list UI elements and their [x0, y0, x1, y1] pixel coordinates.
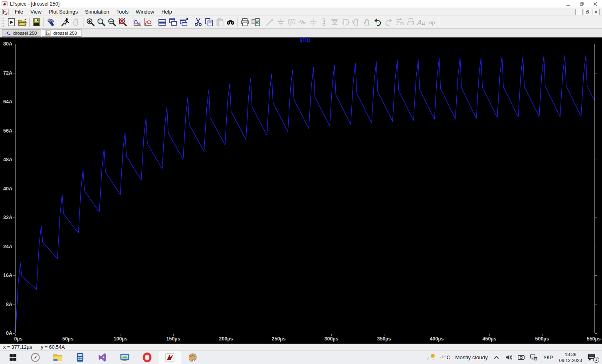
y-axis-label: 40A: [0, 186, 12, 192]
component-icon: [341, 18, 350, 27]
resistor-button: [297, 17, 308, 28]
current-trace: [16, 44, 594, 333]
notification-center-button[interactable]: 1: [587, 353, 597, 362]
chevron-up-icon[interactable]: [493, 354, 500, 361]
menu-help[interactable]: Help: [158, 9, 176, 15]
rotate-button: E∃: [405, 17, 416, 28]
weather-widget[interactable]: -1°C Mostly cloudy: [426, 352, 488, 362]
zoom-out-button[interactable]: [107, 17, 117, 28]
menu-tools[interactable]: Tools: [113, 9, 132, 15]
clock-widget[interactable]: 18:36 06.12.2023: [559, 352, 582, 364]
tile-vertical-icon: [179, 18, 188, 27]
x-axis-tick: [489, 334, 490, 336]
zoom-in-button[interactable]: [85, 17, 96, 28]
y-axis-label: 72A: [0, 70, 12, 76]
mdi-window-controls: [575, 9, 602, 15]
menu-view[interactable]: View: [27, 9, 45, 15]
print-preview-button[interactable]: [250, 17, 261, 28]
cut-button[interactable]: [193, 17, 204, 28]
waveform-icon: [45, 30, 51, 36]
minimize-button[interactable]: [561, 0, 575, 8]
menu-simulation[interactable]: Simulation: [81, 9, 113, 15]
opera-taskbar-button[interactable]: [136, 351, 158, 364]
x-axis-tick: [279, 334, 279, 336]
y-axis-tick: [13, 131, 15, 131]
x-axis-tick: [331, 334, 332, 336]
save-button[interactable]: [31, 17, 42, 28]
restore-button[interactable]: [575, 0, 588, 8]
autorange-button[interactable]: [132, 17, 143, 28]
y-axis-tick: [595, 218, 597, 218]
tab-drossel-250-2[interactable]: drossel 250: [42, 29, 81, 37]
x-axis-label: 0µs: [14, 336, 22, 342]
text-button: Aα: [416, 17, 426, 28]
zoom-full-button[interactable]: [117, 17, 128, 28]
weather-temp: -1°C: [440, 354, 450, 360]
menu-file[interactable]: File: [11, 9, 27, 15]
waveform-pane: I(R1) 80A72A64A56A48A40A32A24A16A8A0A0µs…: [0, 38, 602, 344]
run-button[interactable]: [60, 17, 71, 28]
cut-icon: [194, 18, 203, 27]
trace-label[interactable]: I(R1): [300, 38, 311, 43]
x-axis-label: 500µs: [535, 336, 549, 342]
y-axis-tick: [13, 160, 15, 160]
schematic-icon: [5, 30, 11, 36]
new-schematic-button[interactable]: [6, 17, 17, 28]
x-axis-label: 550µs: [587, 336, 601, 342]
menu-plot-settings[interactable]: Plot Settings: [45, 9, 81, 15]
toolbar-separator: [238, 18, 238, 27]
taskbar: -1°C Mostly cloudy УКР 18:36 06.12.2023 …: [0, 350, 602, 364]
y-axis-tick: [595, 73, 597, 73]
start-button[interactable]: [2, 351, 24, 364]
tile-horizontal-button[interactable]: [157, 17, 168, 28]
paint-taskbar-button[interactable]: [181, 351, 204, 364]
find-button[interactable]: [225, 17, 236, 28]
compass-taskbar-button[interactable]: [24, 351, 46, 364]
file-explorer-taskbar-button[interactable]: [46, 351, 69, 364]
visual-studio-taskbar-button[interactable]: [91, 351, 113, 364]
cascade-button[interactable]: [168, 17, 178, 28]
start-icon: [8, 352, 18, 362]
copy-button[interactable]: [204, 17, 214, 28]
calculator-taskbar-button[interactable]: [69, 351, 91, 364]
open-button[interactable]: [17, 17, 28, 28]
control-panel-button[interactable]: [46, 17, 56, 28]
x-axis-tick: [542, 334, 543, 336]
zoom-box-button[interactable]: [96, 17, 107, 28]
mdi-restore-button[interactable]: [584, 9, 591, 15]
x-axis-label: 200µs: [219, 336, 233, 342]
spice-directive-button: .op: [426, 17, 437, 28]
tile-vertical-button[interactable]: [178, 17, 189, 28]
opera-icon: [142, 352, 152, 362]
close-button[interactable]: [588, 0, 602, 8]
plot-settings-button[interactable]: [143, 17, 153, 28]
zoom-out-icon: [107, 18, 117, 27]
y-axis-label: 56A: [0, 128, 12, 134]
speaker-icon[interactable]: [505, 354, 513, 361]
x-axis-tick: [595, 334, 595, 336]
wire-button: [265, 17, 275, 28]
menu-window[interactable]: Window: [132, 9, 158, 15]
resistor-icon: [298, 18, 307, 27]
y-axis-tick: [13, 247, 15, 247]
svg-text:α: α: [422, 20, 426, 26]
halt-icon: [71, 18, 81, 27]
undo-button[interactable]: [372, 17, 383, 28]
mdi-close-button[interactable]: [592, 9, 600, 15]
tab-drossel-250-1[interactable]: drossel 250: [2, 29, 41, 37]
ltspice-logo-icon: [2, 1, 8, 7]
meet-now-icon[interactable]: [517, 354, 525, 361]
tab-label: drossel 250: [13, 31, 37, 36]
y-axis-tick: [595, 189, 597, 189]
ltspice-app-taskbar-button[interactable]: [158, 351, 181, 364]
print-preview-icon: [251, 18, 260, 27]
pc-taskbar-button[interactable]: [113, 351, 136, 364]
toolbar-grip[interactable]: [1, 18, 4, 27]
print-button[interactable]: [240, 17, 250, 28]
mdi-minimize-button[interactable]: [575, 9, 583, 15]
network-icon[interactable]: [530, 354, 537, 361]
plot-area[interactable]: [15, 44, 595, 333]
language-indicator[interactable]: УКР: [542, 354, 554, 360]
find-icon: [226, 18, 235, 27]
y-axis-label: 8A: [0, 302, 12, 307]
